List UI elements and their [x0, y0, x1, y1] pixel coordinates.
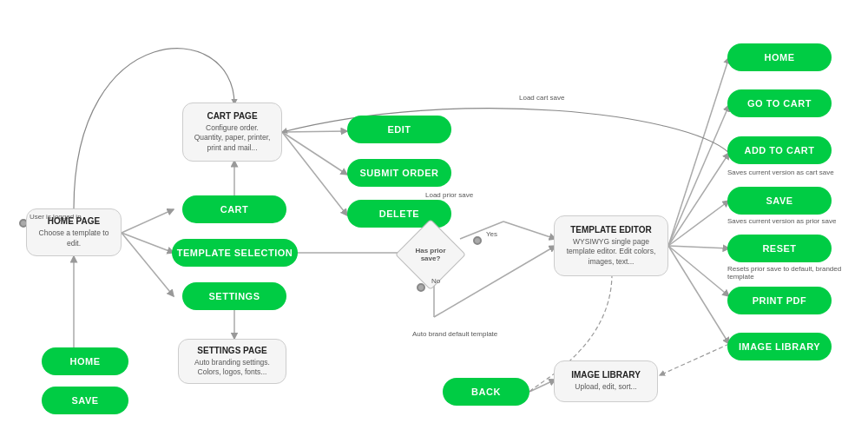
add-to-cart-desc: Saves current version as cart save — [727, 169, 849, 176]
go-to-cart-pill[interactable]: GO TO CART — [727, 89, 832, 117]
home-bottom-pill[interactable]: HOME — [42, 347, 128, 375]
svg-line-4 — [282, 131, 347, 132]
svg-line-19 — [668, 246, 729, 344]
settings-page-node: SETTINGS PAGE Auto branding settings. Co… — [178, 339, 286, 384]
svg-line-13 — [668, 57, 729, 246]
load-cart-save-label: Load cart save — [519, 94, 564, 102]
svg-line-2 — [122, 233, 174, 296]
reset-desc: Resets prior save to default, branded te… — [727, 265, 853, 281]
svg-line-5 — [282, 132, 347, 175]
no-dot — [417, 280, 425, 295]
back-pill[interactable]: BACK — [443, 378, 529, 406]
svg-line-0 — [122, 209, 174, 233]
svg-line-14 — [668, 105, 729, 246]
svg-line-16 — [668, 201, 729, 246]
image-library-pill[interactable]: IMAGE LIBRARY — [727, 333, 832, 360]
load-prior-save-label: Load prior save — [425, 191, 473, 199]
add-to-cart-pill[interactable]: ADD TO CART — [727, 136, 832, 164]
save-bottom-pill[interactable]: SAVE — [42, 387, 128, 414]
svg-line-21 — [529, 380, 556, 392]
save-right-pill[interactable]: SAVE — [727, 187, 832, 215]
svg-line-1 — [122, 233, 174, 253]
user-logged-in-label: User is logged in — [30, 213, 82, 221]
image-library-node: IMAGE LIBRARY Upload, edit, sort... — [554, 360, 658, 402]
svg-line-17 — [668, 246, 729, 248]
settings-pill[interactable]: SETTINGS — [182, 282, 286, 310]
yes-dot — [473, 233, 482, 248]
template-editor-node: TEMPLATE EDITOR WYSIWYG single page temp… — [554, 215, 668, 276]
svg-line-6 — [282, 132, 347, 215]
print-pdf-pill[interactable]: PRINT PDF — [727, 287, 832, 314]
cart-pill[interactable]: CART — [182, 195, 286, 223]
has-prior-save-diamond: Has prior save? — [395, 219, 466, 290]
flowchart-diagram: User is logged in HOME PAGE Choose a tem… — [0, 0, 868, 443]
save-right-desc: Saves current version as prior save — [727, 217, 849, 225]
cart-page-node: CART PAGE Configure order. Quantity, pap… — [182, 102, 282, 162]
svg-line-20 — [660, 344, 729, 375]
template-selection-pill[interactable]: TEMPLATE SELECTION — [172, 239, 298, 267]
no-label: No — [431, 277, 440, 285]
svg-line-18 — [668, 246, 729, 296]
submit-order-pill[interactable]: SUBMIT ORDER — [347, 159, 451, 187]
svg-line-15 — [668, 153, 729, 246]
svg-line-10 — [503, 222, 556, 239]
reset-pill[interactable]: RESET — [727, 235, 832, 262]
right-home-pill[interactable]: HOME — [727, 43, 832, 71]
edit-pill[interactable]: EDIT — [347, 116, 451, 143]
yes-label: Yes — [486, 230, 497, 238]
auto-brand-label: Auto brand default template — [412, 330, 497, 338]
